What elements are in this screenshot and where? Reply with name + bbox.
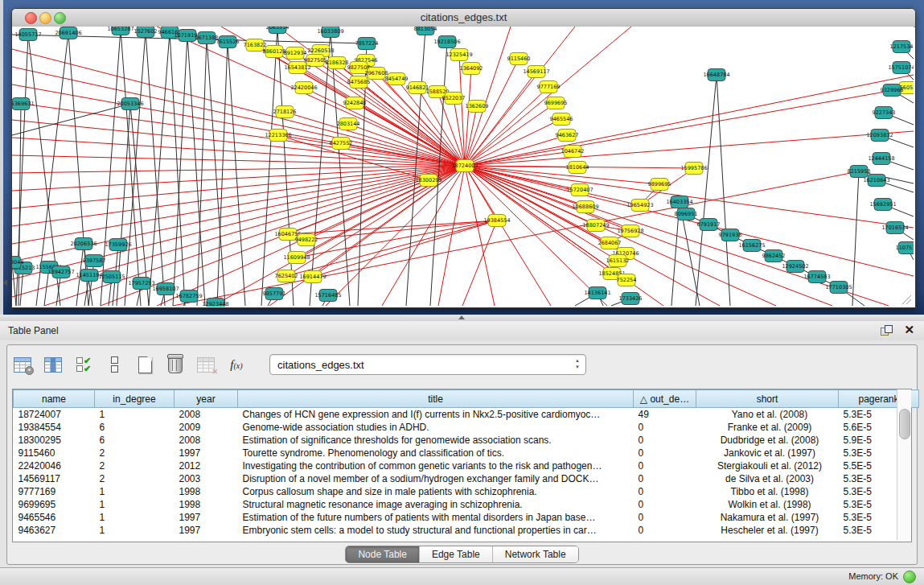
graph-node-label: 9227343 — [873, 109, 896, 116]
table-row[interactable]: 946554611997Estimation of the future num… — [14, 511, 919, 524]
graph-node-label: 9329966 — [881, 87, 904, 93]
table-cell: 2003 — [175, 472, 238, 485]
resize-grip-icon[interactable] — [901, 294, 912, 305]
graph-node-label: 16543812 — [284, 64, 310, 71]
tab-edge-table[interactable]: Edge Table — [419, 546, 492, 562]
graph-node-label: 12093832 — [866, 132, 893, 138]
graph-edge — [12, 49, 465, 166]
table-select-dropdown[interactable]: citations_edges.txt ▲▼ — [269, 354, 586, 375]
table-row[interactable]: 977716911998Corpus callosum shape and si… — [14, 485, 919, 498]
column-header-name[interactable]: name — [14, 390, 95, 408]
row-height-icon[interactable] — [104, 354, 125, 375]
table-cell: 2 — [95, 472, 175, 485]
graph-edge — [465, 27, 631, 166]
graph-node-label: 9397587 — [83, 257, 106, 264]
splitter-grip-icon[interactable] — [458, 315, 465, 319]
table-row[interactable]: 969969511998Structural magnetic resonanc… — [14, 498, 919, 511]
table-cell: 9699695 — [14, 498, 95, 511]
table-cell: Nakamura et al. (1997) — [696, 511, 839, 524]
graph-node-label: 19384554 — [483, 217, 510, 224]
table-settings-icon[interactable] — [12, 354, 33, 375]
graph-node-label: 9465546 — [550, 116, 573, 122]
graph-node-label: 20206536 — [70, 241, 97, 247]
graph-node-label: 8454749 — [385, 76, 409, 82]
table-cell: 14569117 — [14, 472, 95, 485]
graph-node-label: 9777169 — [537, 84, 561, 90]
table-cell: 2012 — [175, 459, 238, 472]
float-panel-icon[interactable] — [881, 325, 892, 336]
close-panel-icon[interactable]: ✕ — [904, 323, 914, 337]
table-cell: 19384554 — [14, 421, 95, 434]
graph-node-label: 2803144 — [337, 121, 360, 127]
column-header-out_de[interactable]: △ out_de… — [634, 390, 696, 408]
table-column-icon[interactable] — [43, 354, 64, 375]
graph-node-label: 8522037 — [442, 95, 466, 101]
graph-node-label: 9463627 — [556, 132, 579, 138]
graph-node-label: 9827505 — [304, 57, 327, 64]
graph-edge — [465, 88, 908, 166]
table-cell: 0 — [634, 421, 696, 434]
column-header-short[interactable]: short — [696, 390, 839, 408]
table-cell: 0 — [634, 472, 696, 485]
table-scrollbar[interactable] — [897, 389, 911, 540]
graph-node-label: 1046742 — [561, 148, 585, 154]
graph-node-label: 9857791 — [263, 290, 286, 297]
table-cell: 0 — [634, 459, 696, 472]
column-header-year[interactable]: year — [175, 390, 238, 408]
graph-node-label: 15716485 — [314, 292, 341, 299]
table-row[interactable]: 1830029562008Estimation of significance … — [14, 434, 919, 447]
graph-node-label: 12505115 — [98, 274, 125, 280]
table-scrollbar-thumb[interactable] — [899, 409, 910, 439]
table-cell: Changes of HCN gene expression and I(f) … — [238, 408, 634, 422]
delete-table-icon[interactable] — [165, 354, 186, 375]
function-builder-icon[interactable]: f(x) — [226, 354, 247, 375]
graph-node-label: 15720407 — [566, 187, 593, 193]
select-columns-icon[interactable]: ✔✔ — [73, 354, 94, 375]
graph-node-label: 16033809 — [317, 28, 343, 35]
graph-edge — [465, 166, 914, 276]
memory-status-icon[interactable] — [903, 571, 916, 583]
table-cell: Estimation of significance thresholds fo… — [238, 434, 634, 447]
table-cell: Yano et al. (2008) — [696, 408, 839, 422]
graph-node-label: 1362609 — [466, 103, 489, 109]
graph-node-label: 2718126 — [273, 109, 297, 115]
column-header-in_degree[interactable]: in_degree — [95, 390, 175, 408]
table-row[interactable]: 2242004622012Investigating the contribut… — [14, 459, 919, 472]
network-canvas[interactable]: 1872400771638228860128891293422260538982… — [12, 27, 914, 307]
table-cell: 1 — [95, 498, 175, 511]
graph-node-label: 16914479 — [299, 274, 326, 280]
table-row[interactable]: 1456911722003Disruption of a novel membe… — [14, 472, 919, 485]
table-type-tabs: Node TableEdge TableNetwork Table — [345, 546, 578, 563]
graph-node-label: 10653287 — [107, 27, 133, 32]
table-row[interactable]: 1938455462009Genome-wide association stu… — [14, 421, 919, 434]
table-cell: Disruption of a novel member of a sodium… — [238, 472, 634, 485]
table-cell: 22420046 — [14, 459, 95, 472]
window-titlebar[interactable]: citations_edges.txt — [12, 9, 915, 27]
tab-node-table[interactable]: Node Table — [346, 546, 419, 562]
table-panel-title: Table Panel — [8, 325, 59, 336]
table-cell: 1 — [95, 485, 175, 498]
graph-edge — [306, 220, 497, 240]
graph-edge — [101, 29, 121, 306]
graph-node-label: 9791938 — [719, 232, 742, 238]
graph-node-label: 18724007 — [451, 163, 478, 169]
collapse-arrow-icon[interactable] — [3, 279, 7, 286]
graph-node-label: 25369631 — [12, 101, 35, 107]
table-cell: 1998 — [175, 498, 238, 511]
table-row[interactable]: 946362711997Embryonic stem cells: a mode… — [14, 524, 919, 537]
graph-node-label: 20053346 — [117, 101, 143, 107]
graph-edge — [12, 138, 465, 166]
table-cell: 0 — [634, 524, 696, 537]
table-row[interactable]: 911546021997Tourette syndrome. Phenomeno… — [14, 447, 919, 459]
new-table-icon[interactable] — [134, 354, 155, 375]
citation-graph[interactable]: 1872400771638228860128891293422260538982… — [12, 27, 914, 307]
table-cell: 9777169 — [14, 485, 95, 498]
graph-node-label: 16403354 — [666, 199, 692, 205]
table-row[interactable]: 1872400712008Changes of HCN gene express… — [14, 408, 919, 422]
tab-network-table[interactable]: Network Table — [492, 546, 578, 562]
table-cell: Wolkin et al. (1998) — [696, 498, 839, 511]
import-table-icon[interactable]: ✕ — [195, 354, 216, 375]
column-header-title[interactable]: title — [238, 390, 634, 408]
graph-edge — [146, 31, 165, 306]
graph-edge — [187, 35, 205, 306]
